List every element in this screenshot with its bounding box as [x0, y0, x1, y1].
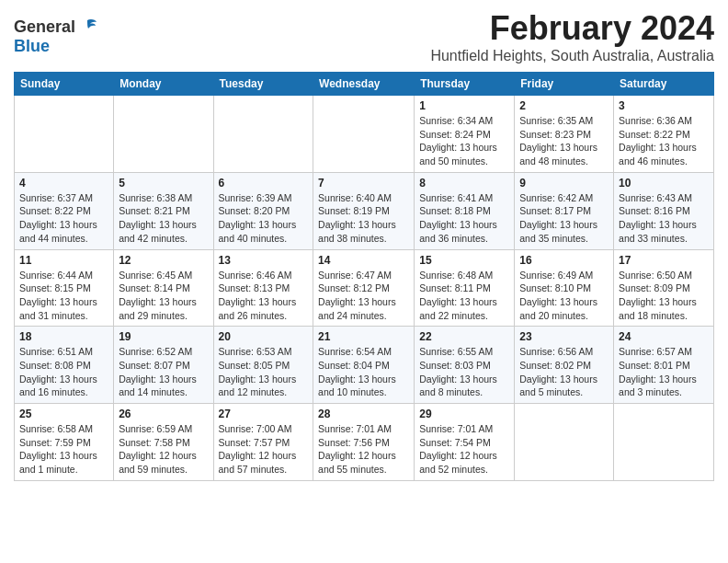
calendar-cell: 28Sunrise: 7:01 AM Sunset: 7:56 PM Dayli…	[313, 404, 415, 481]
day-info: Sunrise: 6:58 AM Sunset: 7:59 PM Dayligh…	[19, 422, 108, 477]
day-info: Sunrise: 7:01 AM Sunset: 7:56 PM Dayligh…	[318, 422, 409, 477]
logo-bird-icon	[77, 17, 97, 37]
weekday-header-cell: Tuesday	[213, 73, 313, 96]
day-number: 3	[619, 99, 709, 112]
month-year-title: February 2024	[430, 9, 714, 48]
calendar-cell: 14Sunrise: 6:47 AM Sunset: 8:12 PM Dayli…	[313, 249, 415, 327]
day-number: 29	[419, 408, 509, 420]
day-info: Sunrise: 6:55 AM Sunset: 8:03 PM Dayligh…	[419, 345, 509, 399]
title-section: February 2024 Huntfield Heights, South A…	[430, 9, 714, 64]
weekday-header-cell: Sunday	[15, 73, 114, 96]
calendar-table: SundayMondayTuesdayWednesdayThursdayFrid…	[14, 72, 714, 481]
calendar-cell: 9Sunrise: 6:42 AM Sunset: 8:17 PM Daylig…	[515, 172, 614, 249]
day-number: 16	[519, 254, 609, 267]
day-info: Sunrise: 7:00 AM Sunset: 7:57 PM Dayligh…	[219, 422, 309, 477]
calendar-week-row: 4Sunrise: 6:37 AM Sunset: 8:22 PM Daylig…	[15, 172, 714, 249]
calendar-cell: 8Sunrise: 6:41 AM Sunset: 8:18 PM Daylig…	[415, 172, 515, 249]
header: General Blue February 2024 Huntfield Hei…	[14, 9, 714, 64]
calendar-cell: 23Sunrise: 6:56 AM Sunset: 8:02 PM Dayli…	[515, 327, 614, 404]
day-number: 26	[119, 408, 208, 420]
day-info: Sunrise: 6:45 AM Sunset: 8:14 PM Dayligh…	[119, 269, 208, 323]
day-number: 27	[219, 408, 309, 420]
day-number: 9	[519, 177, 609, 190]
calendar-cell: 26Sunrise: 6:59 AM Sunset: 7:58 PM Dayli…	[114, 404, 213, 481]
day-info: Sunrise: 6:34 AM Sunset: 8:24 PM Dayligh…	[419, 114, 509, 168]
day-number: 6	[219, 177, 309, 190]
weekday-header-row: SundayMondayTuesdayWednesdayThursdayFrid…	[15, 73, 714, 96]
day-info: Sunrise: 6:53 AM Sunset: 8:05 PM Dayligh…	[219, 345, 309, 399]
day-number: 18	[19, 330, 108, 343]
calendar-cell	[114, 96, 213, 173]
day-info: Sunrise: 6:36 AM Sunset: 8:22 PM Dayligh…	[619, 114, 709, 168]
calendar-cell: 6Sunrise: 6:39 AM Sunset: 8:20 PM Daylig…	[213, 172, 313, 249]
calendar-week-row: 1Sunrise: 6:34 AM Sunset: 8:24 PM Daylig…	[15, 96, 714, 173]
calendar-cell: 21Sunrise: 6:54 AM Sunset: 8:04 PM Dayli…	[313, 327, 415, 404]
day-info: Sunrise: 6:37 AM Sunset: 8:22 PM Dayligh…	[19, 191, 108, 246]
weekday-header-cell: Friday	[515, 73, 614, 96]
day-info: Sunrise: 6:49 AM Sunset: 8:10 PM Dayligh…	[519, 269, 609, 323]
day-number: 7	[318, 177, 409, 190]
day-info: Sunrise: 6:39 AM Sunset: 8:20 PM Dayligh…	[219, 191, 309, 246]
calendar-cell: 19Sunrise: 6:52 AM Sunset: 8:07 PM Dayli…	[114, 327, 213, 404]
day-number: 21	[318, 330, 409, 343]
day-info: Sunrise: 6:48 AM Sunset: 8:11 PM Dayligh…	[419, 269, 509, 323]
calendar-body: 1Sunrise: 6:34 AM Sunset: 8:24 PM Daylig…	[15, 96, 714, 481]
day-number: 4	[19, 177, 108, 190]
weekday-header-cell: Monday	[114, 73, 213, 96]
calendar-cell	[515, 404, 614, 481]
day-info: Sunrise: 6:41 AM Sunset: 8:18 PM Dayligh…	[419, 191, 509, 246]
logo-general-text: General	[14, 17, 75, 37]
calendar-cell: 17Sunrise: 6:50 AM Sunset: 8:09 PM Dayli…	[614, 249, 714, 327]
logo: General Blue	[14, 17, 97, 56]
day-info: Sunrise: 6:46 AM Sunset: 8:13 PM Dayligh…	[219, 269, 309, 323]
day-info: Sunrise: 6:42 AM Sunset: 8:17 PM Dayligh…	[519, 191, 609, 246]
calendar-cell: 1Sunrise: 6:34 AM Sunset: 8:24 PM Daylig…	[415, 96, 515, 173]
day-number: 23	[519, 330, 609, 343]
day-info: Sunrise: 6:38 AM Sunset: 8:21 PM Dayligh…	[119, 191, 208, 246]
calendar-cell: 29Sunrise: 7:01 AM Sunset: 7:54 PM Dayli…	[415, 404, 515, 481]
location-subtitle: Huntfield Heights, South Australia, Aust…	[430, 48, 714, 64]
calendar-cell: 2Sunrise: 6:35 AM Sunset: 8:23 PM Daylig…	[515, 96, 614, 173]
day-number: 2	[519, 99, 609, 112]
calendar-cell: 27Sunrise: 7:00 AM Sunset: 7:57 PM Dayli…	[213, 404, 313, 481]
calendar-cell	[313, 96, 415, 173]
day-number: 15	[419, 254, 509, 267]
calendar-cell: 3Sunrise: 6:36 AM Sunset: 8:22 PM Daylig…	[614, 96, 714, 173]
calendar-cell	[213, 96, 313, 173]
calendar-cell	[15, 96, 114, 173]
calendar-cell: 7Sunrise: 6:40 AM Sunset: 8:19 PM Daylig…	[313, 172, 415, 249]
calendar-cell: 15Sunrise: 6:48 AM Sunset: 8:11 PM Dayli…	[415, 249, 515, 327]
weekday-header-cell: Thursday	[415, 73, 515, 96]
calendar-cell: 13Sunrise: 6:46 AM Sunset: 8:13 PM Dayli…	[213, 249, 313, 327]
calendar-cell: 10Sunrise: 6:43 AM Sunset: 8:16 PM Dayli…	[614, 172, 714, 249]
day-info: Sunrise: 6:52 AM Sunset: 8:07 PM Dayligh…	[119, 345, 208, 399]
day-info: Sunrise: 6:43 AM Sunset: 8:16 PM Dayligh…	[619, 191, 709, 246]
calendar-cell: 25Sunrise: 6:58 AM Sunset: 7:59 PM Dayli…	[15, 404, 114, 481]
calendar-cell: 22Sunrise: 6:55 AM Sunset: 8:03 PM Dayli…	[415, 327, 515, 404]
day-info: Sunrise: 6:56 AM Sunset: 8:02 PM Dayligh…	[519, 345, 609, 399]
day-info: Sunrise: 7:01 AM Sunset: 7:54 PM Dayligh…	[419, 422, 509, 477]
weekday-header-cell: Saturday	[614, 73, 714, 96]
day-info: Sunrise: 6:47 AM Sunset: 8:12 PM Dayligh…	[318, 269, 409, 323]
day-number: 17	[619, 254, 709, 267]
day-number: 11	[19, 254, 108, 267]
day-info: Sunrise: 6:57 AM Sunset: 8:01 PM Dayligh…	[619, 345, 709, 399]
day-info: Sunrise: 6:44 AM Sunset: 8:15 PM Dayligh…	[19, 269, 108, 323]
day-number: 8	[419, 177, 509, 190]
calendar-cell: 11Sunrise: 6:44 AM Sunset: 8:15 PM Dayli…	[15, 249, 114, 327]
calendar-cell: 16Sunrise: 6:49 AM Sunset: 8:10 PM Dayli…	[515, 249, 614, 327]
day-number: 12	[119, 254, 208, 267]
calendar-cell: 20Sunrise: 6:53 AM Sunset: 8:05 PM Dayli…	[213, 327, 313, 404]
day-number: 13	[219, 254, 309, 267]
day-info: Sunrise: 6:51 AM Sunset: 8:08 PM Dayligh…	[19, 345, 108, 399]
calendar-cell: 4Sunrise: 6:37 AM Sunset: 8:22 PM Daylig…	[15, 172, 114, 249]
day-number: 28	[318, 408, 409, 420]
day-info: Sunrise: 6:50 AM Sunset: 8:09 PM Dayligh…	[619, 269, 709, 323]
day-info: Sunrise: 6:54 AM Sunset: 8:04 PM Dayligh…	[318, 345, 409, 399]
day-number: 14	[318, 254, 409, 267]
calendar-cell: 24Sunrise: 6:57 AM Sunset: 8:01 PM Dayli…	[614, 327, 714, 404]
day-number: 10	[619, 177, 709, 190]
day-number: 24	[619, 330, 709, 343]
calendar-cell: 18Sunrise: 6:51 AM Sunset: 8:08 PM Dayli…	[15, 327, 114, 404]
day-number: 19	[119, 330, 208, 343]
